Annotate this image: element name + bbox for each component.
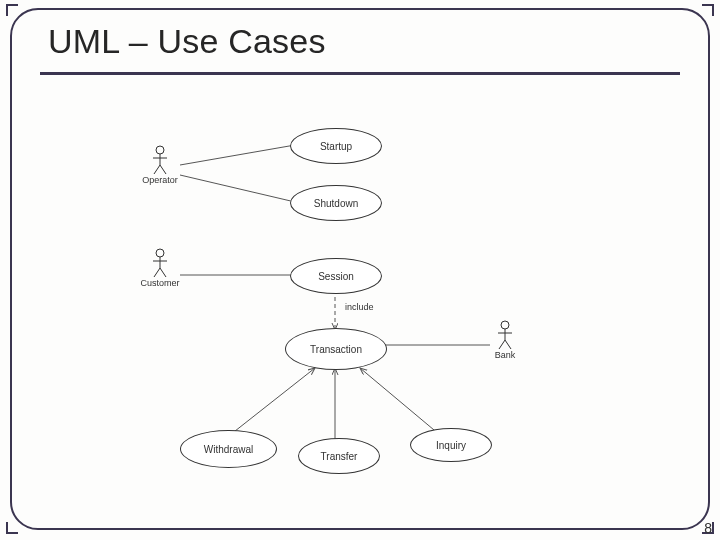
usecase-transaction: Transaction [285,328,387,370]
relation-include-label: include [345,302,374,312]
corner-top-right [702,4,714,16]
corner-top-left [6,4,18,16]
usecase-withdrawal: Withdrawal [180,430,277,468]
svg-line-22 [505,340,511,349]
actor-customer: Customer [140,248,180,288]
usecase-withdrawal-label: Withdrawal [204,444,253,455]
usecase-session-label: Session [318,271,354,282]
svg-line-16 [154,268,160,277]
corner-bottom-left [6,522,18,534]
svg-point-18 [501,321,509,329]
usecase-transfer: Transfer [298,438,380,474]
svg-line-1 [180,175,295,202]
svg-line-7 [360,368,440,435]
usecase-startup: Startup [290,128,382,164]
actor-bank: Bank [485,320,525,360]
svg-line-12 [160,165,166,174]
actor-bank-label: Bank [485,350,525,360]
page-number: 8 [704,520,712,536]
usecase-inquiry: Inquiry [410,428,492,462]
svg-line-0 [180,145,295,165]
slide-title: UML – Use Cases [48,22,326,61]
usecase-diagram: Operator Customer Bank Sta [120,120,620,500]
usecase-inquiry-label: Inquiry [436,440,466,451]
actor-customer-label: Customer [140,278,180,288]
actor-operator: Operator [140,145,180,185]
svg-point-8 [156,146,164,154]
title-underline [40,72,680,75]
svg-line-11 [154,165,160,174]
svg-line-21 [499,340,505,349]
svg-point-13 [156,249,164,257]
usecase-session: Session [290,258,382,294]
svg-line-5 [230,368,315,435]
svg-line-17 [160,268,166,277]
usecase-shutdown: Shutdown [290,185,382,221]
usecase-transaction-label: Transaction [310,344,362,355]
stickman-icon [151,145,169,175]
usecase-startup-label: Startup [320,141,352,152]
usecase-shutdown-label: Shutdown [314,198,358,209]
stickman-icon [496,320,514,350]
slide: UML – Use Cases [0,0,720,540]
usecase-transfer-label: Transfer [321,451,358,462]
actor-operator-label: Operator [140,175,180,185]
stickman-icon [151,248,169,278]
